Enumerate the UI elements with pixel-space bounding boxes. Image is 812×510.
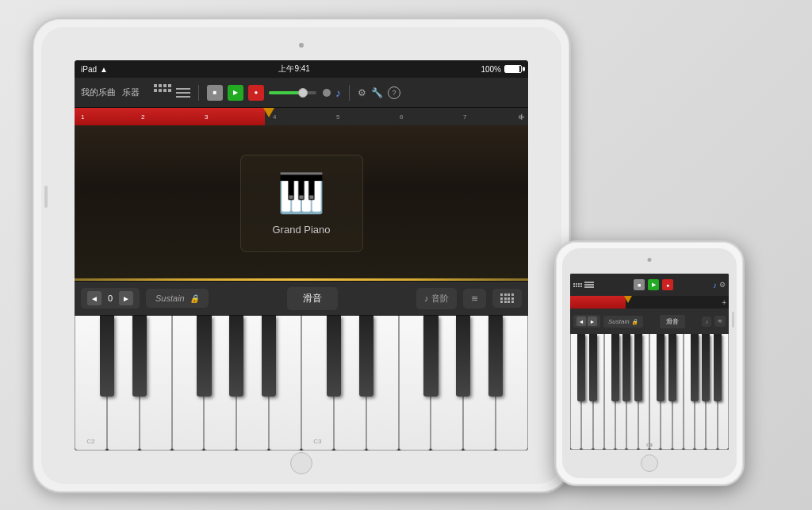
toolbar: 我的乐曲 乐器 ■ ▶	[75, 78, 528, 108]
iphone-octave-control: ◄ ►	[573, 315, 600, 328]
octave-up-button[interactable]: ►	[119, 291, 133, 305]
iphone-add-button[interactable]: +	[722, 298, 726, 307]
key-gs2[interactable]	[229, 316, 243, 397]
iphone-toolbar: ■ ▶ ● ♪ ⚙	[570, 274, 729, 296]
arpeggio-button[interactable]: ≋	[463, 289, 486, 309]
iphone-key-b3[interactable]	[638, 334, 649, 450]
iphone-record-button[interactable]: ●	[662, 279, 673, 290]
octave-down-button[interactable]: ◄	[87, 291, 102, 305]
key-fs2[interactable]	[197, 316, 211, 397]
iphone-list-view-button[interactable]	[584, 282, 594, 288]
iphone-white-keys: C3 C4	[570, 334, 729, 450]
instruments-button[interactable]: 乐器	[122, 86, 140, 98]
golden-separator-bar	[75, 278, 528, 281]
volume-slider[interactable]	[269, 91, 316, 94]
iphone-key-c3[interactable]: C3	[570, 334, 581, 450]
sustain-button[interactable]: Sustain 🔒	[146, 289, 209, 308]
help-icon[interactable]: ?	[388, 86, 400, 99]
iphone-sustain-button[interactable]: Sustain 🔒	[603, 316, 643, 328]
record-button[interactable]: ●	[248, 85, 264, 101]
key-as2[interactable]	[262, 316, 276, 397]
key-cs2[interactable]	[100, 316, 114, 397]
ipad-side-button[interactable]	[44, 186, 48, 208]
instrument-area: 🎹 Grand Piano	[75, 125, 528, 281]
iphone-glide-label: 滑音	[666, 318, 679, 325]
battery-percent: 100%	[481, 65, 501, 74]
iphone-key-a4[interactable]	[706, 334, 717, 450]
status-bar-right: 100%	[481, 65, 522, 74]
stop-button[interactable]: ■	[207, 85, 223, 101]
iphone-arpeggio-button[interactable]: ≋	[714, 316, 726, 327]
iphone-key-c4[interactable]: C4	[649, 334, 661, 450]
iphone-playhead[interactable]	[624, 296, 632, 303]
mixer-icon[interactable]: ⚙	[358, 87, 366, 98]
play-icon: ▶	[233, 89, 238, 96]
iphone-c4-label: C4	[646, 443, 653, 447]
volume-knob[interactable]	[323, 89, 331, 97]
ipad-frame: iPad ▲ 上午9:41 100% 我的乐曲 乐器	[41, 27, 561, 484]
iphone-toolbar-icons	[573, 282, 594, 288]
playhead-marker[interactable]	[263, 108, 274, 117]
iphone-key-f4[interactable]	[684, 334, 695, 450]
iphone-side-button[interactable]	[732, 312, 734, 328]
key-as3[interactable]	[488, 316, 503, 397]
iphone-key-e3[interactable]	[593, 334, 604, 450]
toolbar-separator-2	[349, 85, 350, 101]
iphone-sustain-label: Sustain	[608, 318, 630, 325]
key-c2-label: C2	[86, 438, 94, 445]
iphone-key-a3[interactable]	[626, 334, 638, 450]
iphone-scale-button[interactable]: ♪	[702, 316, 711, 327]
ipad-camera	[299, 43, 304, 48]
iphone-stop-button[interactable]: ■	[634, 279, 645, 290]
wrench-icon[interactable]: 🔧	[371, 87, 383, 98]
key-ds2[interactable]	[132, 316, 147, 397]
controls-bar: ◄ 0 ► Sustain 🔒 滑音 ♪ 音阶	[75, 281, 528, 316]
carrier-label: iPad	[81, 65, 97, 74]
iphone-key-b4[interactable]	[718, 334, 729, 450]
iphone-octave-down[interactable]: ◄	[576, 316, 586, 326]
instrument-name: Grand Piano	[273, 224, 331, 236]
key-gs3[interactable]	[456, 316, 470, 397]
chord-grid-icon	[500, 293, 514, 303]
iphone-home-button[interactable]	[641, 454, 658, 472]
piano-keyboard[interactable]: C2 C3	[75, 316, 528, 451]
add-track-button[interactable]: +	[519, 110, 525, 123]
octave-control: ◄ 0 ►	[81, 288, 140, 309]
iphone-settings-icon[interactable]: ⚙	[719, 281, 726, 289]
key-ds3[interactable]	[359, 316, 373, 397]
iphone-play-button[interactable]: ▶	[648, 279, 659, 290]
iphone-key-g4[interactable]	[695, 334, 706, 450]
iphone-key-f3[interactable]	[604, 334, 615, 450]
iphone-grid-view-button[interactable]	[573, 283, 582, 287]
iphone-key-d3[interactable]	[581, 334, 592, 450]
status-bar: iPad ▲ 上午9:41 100%	[75, 60, 528, 78]
grid-view-button[interactable]	[154, 84, 171, 102]
list-view-button[interactable]	[176, 88, 190, 98]
key-fs3[interactable]	[423, 316, 438, 397]
iphone-camera	[648, 258, 652, 262]
iphone-octave-up[interactable]: ►	[588, 316, 597, 326]
play-button[interactable]: ▶	[228, 85, 243, 101]
time-label: 上午9:41	[278, 64, 309, 73]
glide-label: 滑音	[303, 293, 322, 304]
iphone-key-e4[interactable]	[672, 334, 684, 450]
toolbar-separator	[198, 85, 199, 101]
lock-icon: 🔒	[190, 294, 199, 303]
iphone-glide-button[interactable]: 滑音	[660, 315, 685, 328]
iphone-key-d4[interactable]	[661, 334, 672, 450]
iphone-scale-icon: ♪	[705, 319, 708, 324]
chord-button[interactable]	[492, 289, 522, 308]
scale-button[interactable]: ♪ 音阶	[416, 288, 458, 309]
key-cs3[interactable]	[327, 316, 341, 397]
glide-button[interactable]: 滑音	[287, 287, 338, 310]
instrument-display[interactable]: 🎹 Grand Piano	[240, 155, 363, 252]
scale-label: 音阶	[431, 293, 449, 305]
iphone-playback-controls: ■ ▶ ●	[596, 279, 710, 290]
arpeggio-icon: ≋	[471, 293, 478, 304]
iphone-ruler-red	[570, 296, 626, 309]
my-songs-button[interactable]: 我的乐曲	[81, 86, 116, 98]
toolbar-nav: 我的乐曲 乐器	[81, 86, 140, 98]
iphone-key-g3[interactable]	[615, 334, 626, 450]
ipad-home-button[interactable]	[290, 452, 312, 474]
iphone-piano-keyboard[interactable]: C3 C4	[570, 334, 729, 450]
